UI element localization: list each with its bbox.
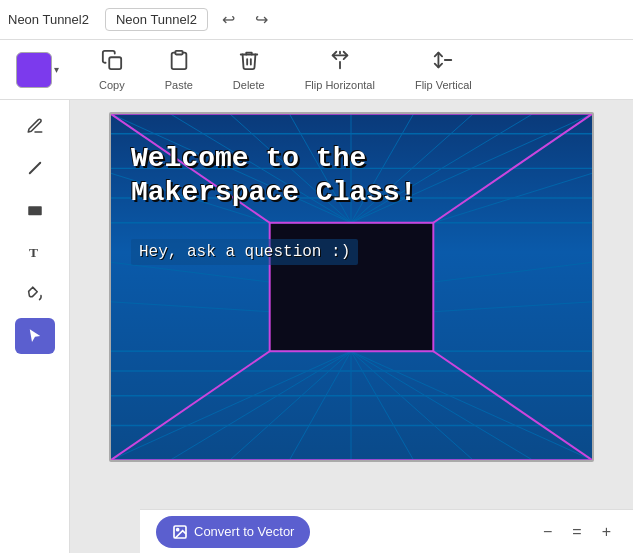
zoom-in-button[interactable]: + <box>596 519 617 545</box>
convert-to-vector-button[interactable]: Convert to Vector <box>156 516 310 548</box>
main-area: T <box>0 100 633 553</box>
flip-horizontal-icon <box>329 49 351 77</box>
paste-label: Paste <box>165 79 193 91</box>
copy-tool[interactable]: Copy <box>91 45 133 95</box>
left-sidebar: T <box>0 100 70 553</box>
svg-point-57 <box>177 528 179 530</box>
main-toolbar: ▾ Copy Paste D <box>0 40 633 100</box>
paste-tool[interactable]: Paste <box>157 45 201 95</box>
flip-v-label: Flip Vertical <box>415 79 472 91</box>
image-icon <box>172 524 188 540</box>
copy-label: Copy <box>99 79 125 91</box>
bottom-bar: Convert to Vector − = + <box>140 509 633 553</box>
select-tool[interactable] <box>15 318 55 354</box>
zoom-controls: − = + <box>537 519 617 545</box>
canvas-frame[interactable]: Welcome to the Makerspace Class! Hey, as… <box>109 112 594 462</box>
svg-rect-6 <box>28 206 42 215</box>
project-name-display[interactable]: Neon Tunnel2 <box>105 8 208 31</box>
color-swatch-container: ▾ <box>16 52 59 88</box>
line-tool[interactable] <box>15 150 55 186</box>
redo-button[interactable]: ↪ <box>249 6 274 33</box>
pencil-tool[interactable] <box>15 108 55 144</box>
svg-text:T: T <box>29 245 38 260</box>
swatch-dropdown-arrow[interactable]: ▾ <box>54 64 59 75</box>
delete-tool[interactable]: Delete <box>225 45 273 95</box>
copy-icon <box>101 49 123 77</box>
undo-button[interactable]: ↩ <box>216 6 241 33</box>
delete-icon <box>238 49 260 77</box>
delete-label: Delete <box>233 79 265 91</box>
flip-h-label: Flip Horizontal <box>305 79 375 91</box>
canvas-title-text: Welcome to the Makerspace Class! <box>131 142 572 209</box>
canvas-subtitle-text: Hey, ask a question :) <box>131 239 358 265</box>
svg-rect-0 <box>109 57 121 69</box>
paste-icon <box>168 49 190 77</box>
flip-horizontal-tool[interactable]: Flip Horizontal <box>297 45 383 95</box>
paint-bucket-tool[interactable] <box>15 276 55 312</box>
svg-rect-1 <box>175 50 182 54</box>
flip-vertical-icon <box>432 49 454 77</box>
top-bar: Neon Tunnel2 Neon Tunnel2 ↩ ↪ <box>0 0 633 40</box>
flip-vertical-tool[interactable]: Flip Vertical <box>407 45 480 95</box>
zoom-fit-button[interactable]: = <box>566 519 587 545</box>
project-name-label: Neon Tunnel2 <box>8 12 89 27</box>
rectangle-tool[interactable] <box>15 192 55 228</box>
zoom-out-button[interactable]: − <box>537 519 558 545</box>
color-swatch[interactable] <box>16 52 52 88</box>
svg-line-5 <box>29 163 40 174</box>
canvas-background: Welcome to the Makerspace Class! Hey, as… <box>111 114 592 460</box>
canvas-area: Welcome to the Makerspace Class! Hey, as… <box>70 100 633 553</box>
text-tool[interactable]: T <box>15 234 55 270</box>
